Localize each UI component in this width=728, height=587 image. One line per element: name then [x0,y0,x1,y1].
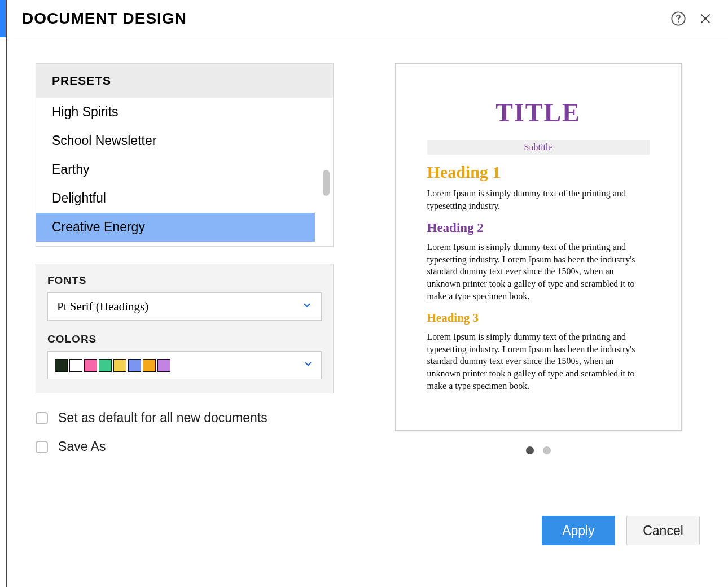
fonts-dropdown[interactable]: Pt Serif (Headings) [47,292,322,321]
help-icon[interactable] [670,11,686,27]
default-checkbox[interactable] [36,412,48,424]
preview-heading1: Heading 1 [427,163,650,182]
saveas-checkbox-label: Save As [58,439,106,454]
preview-body1: Lorem Ipsum is simply dummy text of the … [427,187,650,212]
color-swatch [113,359,126,372]
dialog-body: PRESETS High Spirits School Newsletter E… [7,37,728,466]
color-swatch [55,359,68,372]
scrollbar-thumb[interactable] [323,170,330,196]
chevron-down-icon [303,359,313,371]
colors-section: COLORS [47,333,322,379]
preview-subtitle: Subtitle [427,140,650,155]
presets-scroll-area[interactable]: High Spirits School Newsletter Earthy De… [36,98,333,246]
left-settings-column: PRESETS High Spirits School Newsletter E… [36,63,334,454]
default-checkbox-row: Set as default for all new documents [36,410,334,426]
saveas-checkbox[interactable] [36,441,48,453]
colors-heading: COLORS [47,333,322,345]
preview-body2: Lorem Ipsum is simply dummy text of the … [427,241,650,302]
cancel-button[interactable]: Cancel [626,516,700,545]
document-design-dialog: DOCUMENT DESIGN PRESETS [6,0,728,587]
dialog-footer-buttons: Apply Cancel [542,516,700,545]
preview-card: TITLE Subtitle Heading 1 Lorem Ipsum is … [395,63,682,431]
fonts-selected-value: Pt Serif (Headings) [57,300,148,314]
header-actions [670,11,712,27]
dialog-title: DOCUMENT DESIGN [22,10,187,28]
close-icon[interactable] [699,12,712,25]
app-accent-strip [0,0,6,37]
preset-item-creative-energy[interactable]: Creative Energy [36,213,315,242]
preview-column: TITLE Subtitle Heading 1 Lorem Ipsum is … [376,63,700,454]
saveas-checkbox-row: Save As [36,439,334,454]
color-swatch [84,359,97,372]
apply-button[interactable]: Apply [542,516,615,545]
svg-point-1 [678,21,679,22]
dialog-header: DOCUMENT DESIGN [7,0,728,37]
preset-item-delightful[interactable]: Delightful [36,184,333,213]
preview-body3: Lorem Ipsum is simply dummy text of the … [427,331,650,392]
color-swatch [143,359,156,372]
presets-heading: PRESETS [36,64,333,98]
chevron-down-icon [302,300,312,313]
color-swatch [99,359,112,372]
color-swatch [128,359,141,372]
page-dot-2[interactable] [543,446,551,454]
preset-item-school-newsletter[interactable]: School Newsletter [36,126,333,155]
presets-list: High Spirits School Newsletter Earthy De… [36,98,333,242]
preset-item-earthy[interactable]: Earthy [36,155,333,184]
default-checkbox-label: Set as default for all new documents [58,410,267,426]
color-swatch [157,359,170,372]
color-swatch [69,359,82,372]
presets-panel: PRESETS High Spirits School Newsletter E… [36,63,334,247]
colors-dropdown[interactable] [47,351,322,379]
preview-title: TITLE [427,98,650,128]
page-dot-1[interactable] [526,446,534,454]
preview-heading3: Heading 3 [427,311,650,325]
preview-pagination [526,446,551,454]
fonts-heading: FONTS [47,274,322,287]
preset-item-high-spirits[interactable]: High Spirits [36,98,333,126]
color-swatch-row [55,359,170,372]
fonts-colors-panel: FONTS Pt Serif (Headings) COLORS [36,264,334,393]
preview-heading2: Heading 2 [427,221,650,235]
